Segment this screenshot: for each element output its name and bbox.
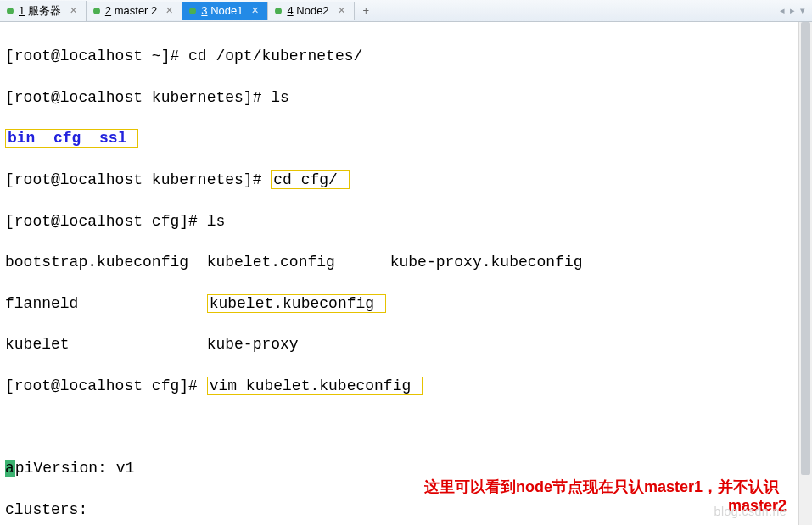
tab-label: 1 服务器	[19, 3, 61, 19]
terminal-output[interactable]: [root@localhost ~]# cd /opt/kubernetes/ …	[0, 22, 812, 525]
terminal-line: [root@localhost cfg]# ls	[5, 211, 807, 232]
vertical-scrollbar[interactable]	[798, 22, 812, 525]
annotation-text: 这里可以看到node节点现在只认master1，并不认识	[424, 477, 779, 497]
tab-nav: ◂ ▸ ▾	[780, 5, 812, 16]
tab-scroll-left-icon[interactable]: ◂	[780, 5, 785, 16]
tab-label: 4 Node2	[287, 4, 328, 17]
terminal-line: kubelet kube-proxy	[5, 334, 807, 355]
tab-master2[interactable]: 2 master 2 ✕	[87, 2, 182, 20]
terminal-line: [root@localhost kubernetes]# cd cfg/	[5, 170, 807, 190]
tab-server[interactable]: 1 服务器 ✕	[0, 1, 87, 21]
terminal-line: [root@localhost cfg]# vim kubelet.kubeco…	[5, 376, 807, 396]
terminal-line: [root@localhost kubernetes]# ls	[5, 87, 807, 108]
tab-node2[interactable]: 4 Node2 ✕	[268, 2, 354, 20]
status-dot-icon	[93, 8, 100, 14]
close-icon[interactable]: ✕	[165, 5, 173, 16]
terminal-line: clusters:	[5, 500, 807, 520]
terminal-line: apiVersion: v1	[5, 458, 807, 478]
terminal-line: flanneld kubelet.kubeconfig	[5, 293, 807, 314]
status-dot-icon	[7, 8, 14, 14]
terminal-line: bootstrap.kubeconfig kubelet.config kube…	[5, 252, 807, 272]
add-tab-button[interactable]: +	[355, 3, 379, 19]
tab-node1[interactable]: 3 Node1 ✕	[182, 2, 268, 20]
status-dot-icon	[275, 8, 282, 14]
tab-scroll-right-icon[interactable]: ▸	[790, 5, 795, 16]
scrollbar-thumb[interactable]	[801, 22, 810, 475]
tab-bar: 1 服务器 ✕ 2 master 2 ✕ 3 Node1 ✕ 4 Node2 ✕…	[0, 0, 812, 22]
watermark: blog.csdn.ne	[714, 505, 787, 518]
close-icon[interactable]: ✕	[70, 5, 77, 16]
tab-label: 3 Node1	[201, 4, 243, 17]
close-icon[interactable]: ✕	[251, 5, 259, 16]
terminal-line	[5, 417, 807, 438]
tab-menu-icon[interactable]: ▾	[800, 5, 805, 16]
terminal-line: [root@localhost ~]# cd /opt/kubernetes/	[5, 46, 807, 66]
cursor: a	[5, 460, 15, 477]
terminal-line: bin cfg ssl	[5, 128, 807, 148]
close-icon[interactable]: ✕	[338, 5, 345, 16]
tab-label: 2 master 2	[105, 4, 157, 17]
status-dot-icon	[189, 8, 196, 14]
